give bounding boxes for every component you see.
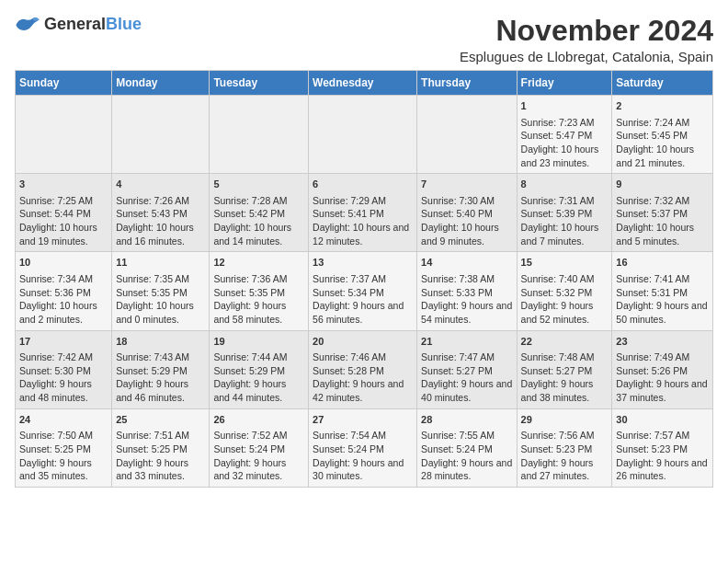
cell-content-line: Daylight: 9 hours and 44 minutes.: [213, 377, 304, 404]
cell-content-line: Sunset: 5:35 PM: [116, 286, 205, 300]
cell-content-line: Sunrise: 7:52 AM: [213, 429, 304, 442]
cell-content-line: Sunrise: 7:30 AM: [421, 194, 513, 208]
calendar-cell: 19Sunrise: 7:44 AMSunset: 5:29 PMDayligh…: [210, 330, 309, 408]
cell-content-line: Sunset: 5:32 PM: [521, 286, 609, 300]
cell-content-line: Sunrise: 7:28 AM: [213, 194, 304, 208]
cell-content-line: Daylight: 9 hours and 27 minutes.: [521, 456, 609, 483]
day-number: 25: [116, 413, 205, 427]
cell-content-line: Sunset: 5:29 PM: [213, 364, 304, 378]
day-number: 10: [19, 256, 108, 270]
cell-content-line: Sunset: 5:44 PM: [19, 207, 108, 221]
day-number: 4: [116, 178, 205, 191]
cell-content-line: Sunset: 5:25 PM: [19, 442, 108, 456]
cell-content-line: Sunrise: 7:42 AM: [19, 350, 108, 364]
calendar-cell: 7Sunrise: 7:30 AMSunset: 5:40 PMDaylight…: [417, 174, 518, 252]
calendar-header: SundayMondayTuesdayWednesdayThursdayFrid…: [16, 71, 713, 96]
cell-content-line: Sunrise: 7:44 AM: [213, 350, 304, 364]
day-number: 6: [313, 178, 413, 191]
cell-content-line: Sunrise: 7:37 AM: [313, 272, 413, 286]
calendar-cell: 16Sunrise: 7:41 AMSunset: 5:31 PMDayligh…: [612, 252, 713, 330]
cell-content-line: Sunrise: 7:56 AM: [521, 429, 609, 442]
day-number: 15: [521, 256, 609, 270]
calendar-cell: 21Sunrise: 7:47 AMSunset: 5:27 PMDayligh…: [417, 330, 518, 408]
day-header-thursday: Thursday: [417, 71, 518, 96]
calendar-cell: 14Sunrise: 7:38 AMSunset: 5:33 PMDayligh…: [417, 252, 518, 330]
cell-content-line: Sunset: 5:47 PM: [521, 129, 609, 143]
day-header-friday: Friday: [517, 71, 612, 96]
cell-content-line: Sunrise: 7:34 AM: [19, 272, 108, 286]
cell-content-line: Daylight: 9 hours and 52 minutes.: [521, 299, 609, 326]
calendar-body: 1Sunrise: 7:23 AMSunset: 5:47 PMDaylight…: [16, 96, 713, 488]
cell-content-line: Sunset: 5:31 PM: [616, 286, 709, 300]
cell-content-line: Sunset: 5:24 PM: [421, 442, 513, 456]
header-row: SundayMondayTuesdayWednesdayThursdayFrid…: [16, 71, 713, 96]
cell-content-line: Sunset: 5:33 PM: [421, 286, 513, 300]
cell-content-line: Sunset: 5:30 PM: [19, 364, 108, 378]
cell-content-line: Daylight: 9 hours and 37 minutes.: [616, 377, 709, 404]
cell-content-line: Daylight: 9 hours and 48 minutes.: [19, 377, 108, 404]
calendar-cell: 29Sunrise: 7:56 AMSunset: 5:23 PMDayligh…: [517, 408, 612, 487]
main-title: November 2024: [460, 15, 713, 47]
cell-content-line: Sunrise: 7:55 AM: [421, 429, 513, 442]
calendar-cell: 17Sunrise: 7:42 AMSunset: 5:30 PMDayligh…: [16, 330, 112, 408]
day-number: 2: [616, 99, 709, 113]
cell-content-line: Daylight: 9 hours and 35 minutes.: [19, 456, 108, 483]
header: GeneralBlue November 2024 Esplugues de L…: [15, 15, 713, 64]
cell-content-line: Daylight: 9 hours and 32 minutes.: [213, 456, 304, 483]
cell-content-line: Sunset: 5:23 PM: [521, 442, 609, 456]
cell-content-line: Daylight: 10 hours and 9 minutes.: [421, 221, 513, 247]
subtitle: Esplugues de Llobregat, Catalonia, Spain: [460, 49, 713, 64]
cell-content-line: Daylight: 9 hours and 42 minutes.: [313, 377, 413, 404]
calendar-cell: 5Sunrise: 7:28 AMSunset: 5:42 PMDaylight…: [210, 174, 309, 252]
cell-content-line: Sunset: 5:34 PM: [313, 286, 413, 300]
day-number: 5: [213, 178, 304, 191]
day-number: 12: [213, 256, 304, 270]
calendar-cell: 26Sunrise: 7:52 AMSunset: 5:24 PMDayligh…: [210, 408, 309, 487]
day-number: 19: [213, 335, 304, 349]
logo-text: GeneralBlue: [44, 15, 142, 34]
calendar-cell: 25Sunrise: 7:51 AMSunset: 5:25 PMDayligh…: [112, 408, 210, 487]
cell-content-line: Sunrise: 7:49 AM: [616, 350, 709, 364]
cell-content-line: Sunrise: 7:40 AM: [521, 272, 609, 286]
calendar-cell: [16, 96, 112, 174]
calendar-cell: 15Sunrise: 7:40 AMSunset: 5:32 PMDayligh…: [517, 252, 612, 330]
cell-content-line: Sunrise: 7:24 AM: [616, 116, 709, 130]
cell-content-line: Sunrise: 7:38 AM: [421, 272, 513, 286]
cell-content-line: Sunrise: 7:23 AM: [521, 116, 609, 130]
day-number: 28: [421, 413, 513, 427]
day-number: 14: [421, 256, 513, 270]
calendar-cell: 23Sunrise: 7:49 AMSunset: 5:26 PMDayligh…: [612, 330, 713, 408]
cell-content-line: Sunset: 5:41 PM: [313, 207, 413, 221]
day-number: 24: [19, 413, 108, 427]
cell-content-line: Daylight: 10 hours and 2 minutes.: [19, 299, 108, 326]
cell-content-line: Sunrise: 7:35 AM: [116, 272, 205, 286]
cell-content-line: Sunrise: 7:25 AM: [19, 194, 108, 208]
cell-content-line: Sunset: 5:37 PM: [616, 207, 709, 221]
calendar-cell: 4Sunrise: 7:26 AMSunset: 5:43 PMDaylight…: [112, 174, 210, 252]
day-number: 8: [521, 178, 609, 191]
cell-content-line: Sunset: 5:24 PM: [213, 442, 304, 456]
calendar-cell: 20Sunrise: 7:46 AMSunset: 5:28 PMDayligh…: [309, 330, 417, 408]
cell-content-line: Sunset: 5:42 PM: [213, 207, 304, 221]
cell-content-line: Sunset: 5:40 PM: [421, 207, 513, 221]
cell-content-line: Daylight: 9 hours and 58 minutes.: [213, 299, 304, 326]
cell-content-line: Daylight: 10 hours and 12 minutes.: [313, 221, 413, 247]
cell-content-line: Daylight: 10 hours and 16 minutes.: [116, 221, 205, 247]
calendar-cell: 27Sunrise: 7:54 AMSunset: 5:24 PMDayligh…: [309, 408, 417, 487]
cell-content-line: Daylight: 9 hours and 33 minutes.: [116, 456, 205, 483]
calendar-cell: 9Sunrise: 7:32 AMSunset: 5:37 PMDaylight…: [612, 174, 713, 252]
cell-content-line: Sunset: 5:45 PM: [616, 129, 709, 143]
logo-blue: Blue: [106, 15, 142, 33]
day-header-wednesday: Wednesday: [309, 71, 417, 96]
cell-content-line: Daylight: 9 hours and 38 minutes.: [521, 377, 609, 404]
cell-content-line: Sunset: 5:26 PM: [616, 364, 709, 378]
day-number: 3: [19, 178, 108, 191]
cell-content-line: Daylight: 9 hours and 46 minutes.: [116, 377, 205, 404]
calendar-cell: 2Sunrise: 7:24 AMSunset: 5:45 PMDaylight…: [612, 96, 713, 174]
cell-content-line: Daylight: 10 hours and 23 minutes.: [521, 143, 609, 169]
cell-content-line: Sunset: 5:39 PM: [521, 207, 609, 221]
cell-content-line: Sunrise: 7:47 AM: [421, 350, 513, 364]
calendar-cell: 12Sunrise: 7:36 AMSunset: 5:35 PMDayligh…: [210, 252, 309, 330]
calendar-cell: 1Sunrise: 7:23 AMSunset: 5:47 PMDaylight…: [517, 96, 612, 174]
cell-content-line: Sunset: 5:28 PM: [313, 364, 413, 378]
